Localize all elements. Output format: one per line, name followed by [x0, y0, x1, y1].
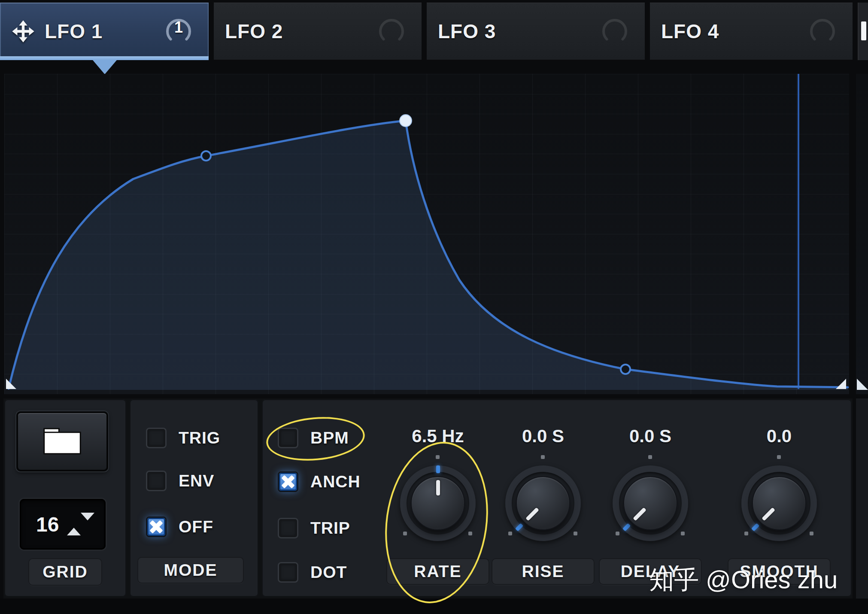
playhead-line	[798, 74, 799, 389]
sync-option-dot[interactable]: DOT	[278, 562, 347, 583]
knob-body	[516, 476, 570, 530]
delay-knob[interactable]	[603, 456, 698, 550]
grid-stepper-value: 16	[36, 513, 59, 536]
dot-label: DOT	[310, 563, 347, 582]
adjacent-panel-bottom	[856, 398, 868, 599]
tab-label: LFO 1	[45, 20, 103, 43]
knob-value-tick	[436, 465, 440, 473]
trip-checkbox[interactable]	[278, 518, 298, 538]
knob-top-dot	[777, 455, 781, 459]
knob-max-dot	[681, 532, 685, 535]
lfo1-rate-arc-icon: 1	[164, 17, 193, 46]
knob-max-dot	[574, 532, 577, 535]
smooth-value: 0.0	[728, 426, 831, 447]
tab-label: LFO 2	[225, 20, 283, 43]
rise-value: 0.0 S	[492, 426, 595, 447]
off-label: OFF	[179, 517, 213, 536]
grid-label: GRID	[28, 558, 102, 586]
tab-lfo2[interactable]: LFO 2	[214, 3, 422, 60]
tab-label: LFO 3	[438, 20, 496, 43]
knob-top-dot	[541, 455, 545, 459]
curve-handle-rise[interactable]	[201, 151, 211, 161]
lfo4-rate-arc-icon	[808, 17, 837, 46]
knob-min-dot	[403, 532, 407, 535]
stepper-down-icon[interactable]	[81, 513, 94, 528]
curve-handle-decay[interactable]	[621, 365, 630, 374]
knob-max-dot	[468, 532, 472, 535]
rise-knob[interactable]	[496, 456, 590, 550]
rise-label: RISE	[492, 558, 595, 585]
curve-fill	[9, 121, 848, 390]
knob-top-dot	[648, 455, 652, 459]
tab-lfo4[interactable]: LFO 4	[650, 3, 853, 60]
adjacent-curve-marker	[857, 379, 868, 390]
move-icon	[11, 19, 35, 43]
bpm-checkbox[interactable]	[278, 428, 298, 448]
watermark: 知乎 @Ories zhu	[649, 563, 838, 597]
knob-pointer	[436, 480, 440, 495]
trig-label: TRIG	[179, 429, 220, 447]
tab-lfo1[interactable]: LFO 1 1	[0, 3, 209, 60]
lfo3-rate-arc-icon	[600, 17, 629, 46]
sync-option-anch[interactable]: ANCH	[278, 471, 361, 492]
rate-label: RATE	[386, 558, 489, 585]
grid-stepper[interactable]: 16	[20, 499, 106, 550]
adjacent-tab-glyph	[861, 21, 866, 40]
mode-option-off[interactable]: OFF	[146, 517, 213, 537]
anch-label: ANCH	[310, 472, 361, 491]
anch-checkbox[interactable]	[278, 471, 298, 492]
dot-checkbox[interactable]	[278, 562, 298, 583]
delay-value: 0.0 S	[599, 426, 702, 447]
folder-icon	[42, 426, 83, 456]
curve-point-peak[interactable]	[400, 115, 412, 127]
mode-label: MODE	[137, 557, 244, 584]
shape-load-button[interactable]	[16, 411, 108, 471]
mode-option-env[interactable]: ENV	[146, 471, 214, 491]
sync-option-trip[interactable]: TRIP	[278, 518, 350, 538]
panel-bottom-edge	[0, 599, 868, 614]
knob-body	[623, 476, 677, 530]
curve-end-marker[interactable]	[836, 379, 846, 389]
knob-top-dot	[436, 455, 440, 459]
env-label: ENV	[179, 471, 214, 490]
grid-stepper-arrows[interactable]	[67, 520, 94, 528]
tab-badge: 1	[164, 18, 193, 36]
knob-body	[752, 476, 806, 530]
knob-min-dot	[744, 532, 748, 535]
trig-checkbox[interactable]	[146, 428, 167, 448]
off-checkbox[interactable]	[146, 517, 167, 537]
sync-option-bpm[interactable]: BPM	[278, 428, 349, 448]
mode-section: TRIG ENV OFF MODE	[130, 399, 258, 597]
tab-lfo3[interactable]: LFO 3	[427, 3, 645, 60]
env-checkbox[interactable]	[146, 471, 167, 491]
adjacent-panel-tab	[858, 3, 868, 60]
knob-min-dot	[616, 532, 619, 535]
active-tab-pointer	[93, 60, 117, 74]
lfo-curve-editor[interactable]	[4, 74, 849, 394]
rate-value: 6.5 Hz	[386, 426, 489, 447]
rate-knob-unit: 6.5 Hz RATE	[386, 399, 489, 597]
trip-label: TRIP	[310, 519, 350, 538]
grid-section: 16 GRID	[4, 399, 126, 597]
lfo-curve-svg	[4, 74, 849, 394]
knob-min-dot	[508, 532, 512, 535]
lfo-panel: LFO 1 1 LFO 2 LFO 3 LFO 4	[0, 0, 868, 614]
bpm-label: BPM	[310, 429, 349, 447]
smooth-knob[interactable]	[732, 456, 826, 550]
stepper-up-icon[interactable]	[67, 520, 81, 535]
rise-knob-unit: 0.0 S RISE	[492, 399, 595, 597]
knob-max-dot	[810, 532, 813, 535]
rate-knob[interactable]	[391, 456, 485, 550]
adjacent-panel-curve	[856, 74, 868, 394]
mode-option-trig[interactable]: TRIG	[146, 428, 220, 448]
lfo2-rate-arc-icon	[377, 17, 406, 46]
tab-label: LFO 4	[661, 20, 719, 43]
